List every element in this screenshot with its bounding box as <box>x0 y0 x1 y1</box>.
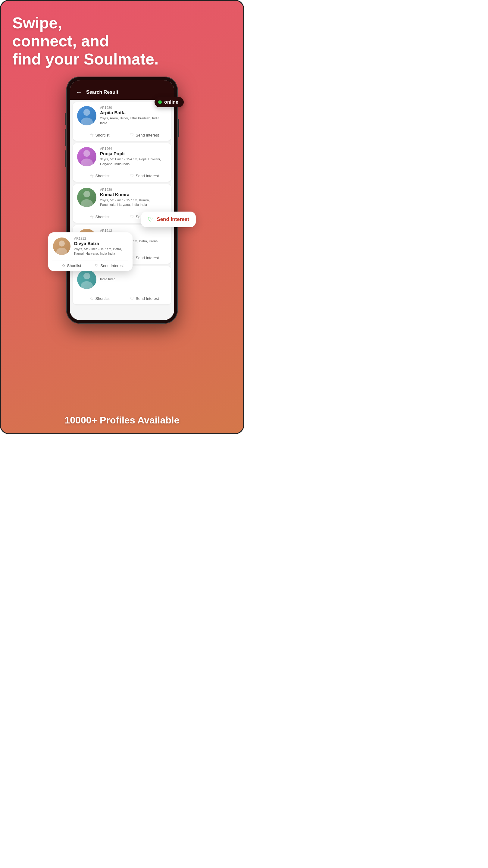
profile-top-2: AR1964 Pooja Popli 31yrs, 5ft 1 inch - 1… <box>73 143 171 170</box>
power-button <box>178 119 179 137</box>
heart-icon-5: ♡ <box>130 296 134 301</box>
footer-text: 10000+ Profiles Available <box>1 415 243 426</box>
profile-info-5: India India <box>100 277 167 281</box>
popup-send-interest-label2: Send Interest <box>100 264 124 268</box>
profile-id-4: AR1912 <box>100 229 167 232</box>
shortlist-label-1: Shortlist <box>96 133 110 137</box>
shortlist-label-3: Shortlist <box>96 215 110 219</box>
profile-top-3: AR1939 Komal Kumra 26yrs, 5ft 2 inch - 1… <box>73 184 171 211</box>
star-icon-5: ☆ <box>90 296 94 301</box>
profile-name-1: Arpita Batta <box>100 110 167 115</box>
online-label: online <box>164 99 178 105</box>
card-actions-2: ☆ Shortlist ♡ Send Interest <box>73 170 171 182</box>
popup-shortlist-label: Shortlist <box>67 264 82 268</box>
heart-icon-2: ♡ <box>130 173 134 179</box>
card-actions-1: ☆ Shortlist ♡ Send Interest <box>73 129 171 141</box>
profile-list: AR1980 Arpita Batta 26yrs, Arora, Bijnor… <box>70 100 174 320</box>
send-interest-label-2: Send Interest <box>135 174 159 178</box>
shortlist-label-2: Shortlist <box>96 174 110 178</box>
shortlist-btn-1[interactable]: ☆ Shortlist <box>77 132 122 138</box>
profile-card-1: AR1980 Arpita Batta 26yrs, Arora, Bijnor… <box>73 102 171 141</box>
screen-title: Search Result <box>86 90 119 95</box>
profile-details-3: 26yrs, 5ft 2 inch - 157 cm, Kumra, Panch… <box>100 198 167 207</box>
profile-info-1: AR1980 Arpita Batta 26yrs, Arora, Bijnor… <box>100 106 167 125</box>
send-interest-btn-1[interactable]: ♡ Send Interest <box>122 132 167 138</box>
send-interest-btn-5[interactable]: ♡ Send Interest <box>122 296 167 301</box>
popup-heart-icon: ♡ <box>148 216 153 223</box>
profile-details-2: 31yrs, 5ft 1 inch - 154 cm, Popli, Bhiwa… <box>100 157 167 166</box>
profile-name-2: Pooja Popli <box>100 151 167 156</box>
shortlist-label-5: Shortlist <box>96 296 110 301</box>
avatar-3[interactable] <box>77 188 96 207</box>
heart-icon-1: ♡ <box>130 132 134 138</box>
heart-icon-3: ♡ <box>130 214 134 220</box>
popup-shortlist-btn[interactable]: ☆ Shortlist <box>53 264 90 268</box>
phone-device: ← Search Result AR1980 Arpita Batta 26yr… <box>66 76 178 324</box>
popup-id: AR1912 <box>74 237 128 240</box>
profile-info-2: AR1964 Pooja Popli 31yrs, 5ft 1 inch - 1… <box>100 147 167 166</box>
send-interest-label-4: Send Interest <box>135 255 159 260</box>
headline-line3: find your Soulmate. <box>12 50 158 68</box>
popup-send-interest-btn[interactable]: ♡ Send Interest <box>90 264 128 268</box>
star-icon-3: ☆ <box>90 214 94 220</box>
profile-id-2: AR1964 <box>100 147 167 150</box>
back-arrow-icon[interactable]: ← <box>76 89 82 96</box>
send-interest-btn-2[interactable]: ♡ Send Interest <box>122 173 167 179</box>
send-interest-label-5: Send Interest <box>135 296 159 301</box>
profile-card-5: India India ☆ Shortlist ♡ Send Intere <box>73 266 171 304</box>
headline-line1: Swipe, <box>12 14 62 32</box>
popup-name: Divya Batra <box>74 241 128 246</box>
online-badge: online <box>155 97 184 107</box>
card-actions-5: ☆ Shortlist ♡ Send Interest <box>73 293 171 304</box>
app-background: Swipe, connect, and find your Soulmate. … <box>0 0 244 434</box>
headline-line2: connect, and <box>12 32 109 50</box>
phone-mockup: ← Search Result AR1980 Arpita Batta 26yr… <box>9 76 235 324</box>
popup-send-interest-label: Send Interest <box>157 216 189 222</box>
send-interest-popup[interactable]: ♡ Send Interest <box>141 212 196 227</box>
shortlist-btn-2[interactable]: ☆ Shortlist <box>77 173 122 179</box>
profile-info-3: AR1939 Komal Kumra 26yrs, 5ft 2 inch - 1… <box>100 188 167 207</box>
shortlist-btn-3[interactable]: ☆ Shortlist <box>77 214 122 220</box>
profile-details-1: 26yrs, Arora, Bijnor, Uttar Pradesh, Ind… <box>100 116 167 125</box>
star-icon-1: ☆ <box>90 132 94 138</box>
popup-details: 28yrs, 5ft 2 inch - 157 cm, Batra, Karna… <box>74 247 128 256</box>
popup-actions: ☆ Shortlist ♡ Send Interest <box>48 260 133 271</box>
online-dot-icon <box>158 100 162 104</box>
profile-name-3: Komal Kumra <box>100 192 167 197</box>
volume-up-button <box>65 129 66 146</box>
popup-avatar[interactable] <box>53 238 70 255</box>
volume-down-button <box>65 150 66 167</box>
star-icon-2: ☆ <box>90 173 94 179</box>
headline: Swipe, connect, and find your Soulmate. <box>12 14 235 68</box>
avatar-5[interactable] <box>77 270 96 289</box>
popup-info: AR1912 Divya Batra 28yrs, 5ft 2 inch - 1… <box>74 237 128 256</box>
popup-top: AR1912 Divya Batra 28yrs, 5ft 2 inch - 1… <box>48 232 133 260</box>
mute-button <box>65 113 66 125</box>
popup-star-icon: ☆ <box>62 264 65 268</box>
profile-details-5: India India <box>100 277 167 281</box>
phone-screen: ← Search Result AR1980 Arpita Batta 26yr… <box>70 80 174 320</box>
shortlist-btn-5[interactable]: ☆ Shortlist <box>77 296 122 301</box>
avatar-2[interactable] <box>77 147 96 166</box>
profile-id-3: AR1939 <box>100 188 167 191</box>
send-interest-label-1: Send Interest <box>135 133 159 137</box>
avatar-1[interactable] <box>77 106 96 125</box>
profile-card-2: AR1964 Pooja Popli 31yrs, 5ft 1 inch - 1… <box>73 143 171 182</box>
popup-heart-icon-2: ♡ <box>95 264 98 268</box>
divya-batra-popup: AR1912 Divya Batra 28yrs, 5ft 2 inch - 1… <box>48 232 133 271</box>
